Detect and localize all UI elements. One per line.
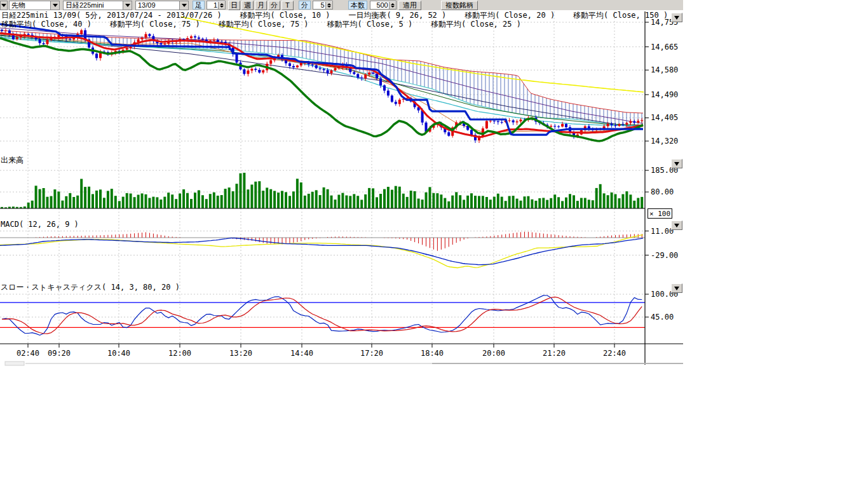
macd-pane-menu-button[interactable]	[671, 220, 682, 230]
volume-multiplier-badge: × 100	[648, 208, 672, 219]
bar-type-label: 足	[193, 1, 205, 10]
svg-text:10:40: 10:40	[107, 349, 130, 358]
unit-value: 5	[321, 1, 325, 9]
spinner-buttons-icon[interactable]	[389, 2, 396, 9]
period-minute-button[interactable]: 分	[268, 1, 280, 10]
chart-canvas[interactable]: 02:4009:2010:4012:0013:2014:4017:2018:40…	[0, 10, 868, 488]
multi-symbol-button[interactable]: 複数銘柄	[441, 1, 478, 10]
svg-text:80.00: 80.00	[651, 187, 674, 196]
svg-text:14,405: 14,405	[651, 113, 678, 122]
macd-pane-title: MACD( 12, 26, 9 )	[1, 220, 79, 229]
svg-text:11.00: 11.00	[651, 227, 674, 236]
stochastics-pane-title: スロー・ストキャスティクス( 14, 3, 80, 20 )	[1, 283, 180, 292]
partial-dropdown-arrow-icon[interactable]	[0, 1, 8, 10]
contract-select[interactable]: 13/09	[135, 1, 189, 10]
svg-text:12:00: 12:00	[168, 349, 191, 358]
svg-text:18:40: 18:40	[421, 349, 444, 358]
svg-text:-29.00: -29.00	[651, 251, 678, 260]
svg-text:20:00: 20:00	[482, 349, 505, 358]
svg-text:14:40: 14:40	[290, 349, 313, 358]
svg-text:21:20: 21:20	[543, 349, 566, 358]
volume-pane-title: 出来高	[1, 156, 24, 165]
symbol-select-value: 日経225mini	[64, 1, 123, 10]
svg-text:45.00: 45.00	[651, 313, 674, 322]
spinner-buttons-icon[interactable]	[218, 2, 225, 9]
interval-value: 1	[214, 1, 218, 9]
count-label: 本数	[348, 1, 367, 10]
chevron-down-icon	[674, 16, 679, 20]
spinner-buttons-icon[interactable]	[325, 2, 332, 9]
scrollbar-left-stub[interactable]	[5, 362, 24, 365]
svg-text:13:20: 13:20	[229, 349, 252, 358]
stochastics-pane-menu-button[interactable]	[671, 283, 682, 293]
svg-text:14,320: 14,320	[651, 137, 678, 146]
trading-app-window: { "toolbar": { "market_select": {"value"…	[0, 0, 868, 488]
period-week-button[interactable]: 週	[241, 1, 254, 10]
unit-label: 分	[299, 1, 311, 10]
svg-text:14,665: 14,665	[651, 43, 678, 51]
symbol-select[interactable]: 日経225mini	[63, 1, 132, 10]
chevron-down-icon	[674, 224, 679, 227]
market-select-value: 先物	[10, 1, 50, 10]
interval-stepper[interactable]: 1	[207, 1, 226, 10]
unit-stepper[interactable]: 5	[313, 1, 333, 10]
legend-row-1: 日経225mini 13/09( 5分, 2013/07/24 - 2013/0…	[1, 11, 668, 20]
dropdown-arrow-icon[interactable]	[50, 1, 59, 10]
svg-text:17:20: 17:20	[360, 349, 383, 358]
dropdown-arrow-icon[interactable]	[123, 1, 132, 10]
svg-text:22:40: 22:40	[603, 349, 626, 358]
count-value: 500	[376, 1, 388, 9]
contract-select-value: 13/09	[136, 1, 179, 10]
chevron-down-icon	[674, 287, 679, 290]
period-tick-button[interactable]: T	[281, 1, 294, 10]
svg-text:14,490: 14,490	[651, 90, 678, 99]
svg-text:14,580: 14,580	[651, 65, 678, 74]
legend-row-2: 移動平均( Close, 40 ) 移動平均( Close, 75 ) 移動平均…	[1, 20, 521, 29]
toolbar: 先物 日経225mini 13/09 足 1 日 週 月 分 T 分 5 本数 …	[0, 0, 683, 11]
period-day-button[interactable]: 日	[228, 1, 240, 10]
svg-text:09:20: 09:20	[48, 349, 71, 358]
dropdown-arrow-icon[interactable]	[179, 1, 188, 10]
market-select[interactable]: 先物	[9, 1, 60, 10]
price-pane-menu-button[interactable]	[671, 13, 682, 22]
volume-pane-menu-button[interactable]	[671, 159, 682, 168]
period-month-button[interactable]: 月	[255, 1, 267, 10]
apply-button[interactable]: 適用	[398, 1, 421, 10]
count-stepper[interactable]: 500	[370, 1, 397, 10]
svg-text:02:40: 02:40	[17, 349, 39, 358]
chevron-down-icon	[674, 162, 679, 166]
